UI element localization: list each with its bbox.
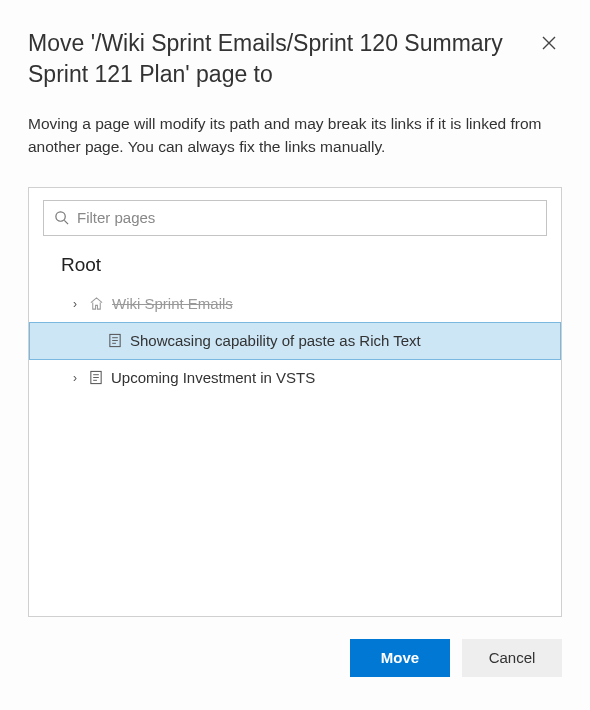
cancel-button[interactable]: Cancel	[462, 639, 562, 677]
close-button[interactable]	[536, 30, 562, 56]
tree-root-label[interactable]: Root	[39, 254, 551, 286]
tree-row-label: Showcasing capability of paste as Rich T…	[130, 332, 421, 349]
page-icon	[89, 370, 103, 385]
tree-row[interactable]: ›Showcasing capability of paste as Rich …	[29, 322, 561, 360]
tree-row-label: Wiki Sprint Emails	[112, 295, 233, 312]
chevron-right-icon[interactable]: ›	[69, 371, 81, 385]
search-icon	[54, 210, 69, 225]
filter-field[interactable]	[43, 200, 547, 236]
dialog-footer: Move Cancel	[28, 639, 562, 677]
filter-input[interactable]	[77, 209, 536, 226]
dialog-description: Moving a page will modify its path and m…	[28, 112, 562, 159]
home-icon	[89, 296, 104, 311]
move-button[interactable]: Move	[350, 639, 450, 677]
tree-row-label: Upcoming Investment in VSTS	[111, 369, 315, 386]
svg-line-1	[64, 220, 68, 224]
page-tree-panel: Root ›Wiki Sprint Emails›Showcasing capa…	[28, 187, 562, 617]
page-icon	[108, 333, 122, 348]
svg-point-0	[56, 212, 65, 221]
close-icon	[542, 32, 556, 55]
dialog-title: Move '/Wiki Sprint Emails/Sprint 120 Sum…	[28, 28, 524, 90]
tree-row[interactable]: ›Wiki Sprint Emails	[39, 286, 551, 322]
chevron-right-icon[interactable]: ›	[69, 297, 81, 311]
tree-row[interactable]: ›Upcoming Investment in VSTS	[39, 360, 551, 396]
